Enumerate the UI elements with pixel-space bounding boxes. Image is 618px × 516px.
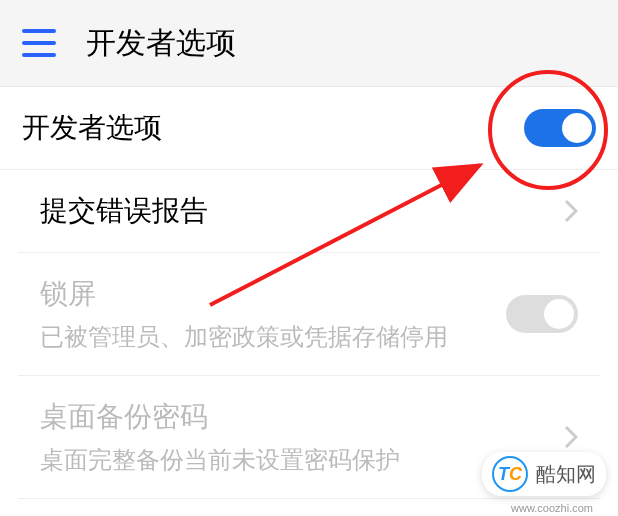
setting-label: 开发者选项 [22,109,524,147]
watermark-name: 酷知网 [536,461,596,488]
developer-options-row[interactable]: 开发者选项 [0,87,618,170]
watermark-logo-icon: TC [492,456,528,492]
setting-subtitle: 已被管理员、加密政策或凭据存储停用 [40,321,506,353]
page-title: 开发者选项 [86,23,236,64]
chevron-right-icon [564,199,578,223]
watermark-url: www.coozhi.com [511,502,593,514]
watermark: TC 酷知网 [482,452,606,496]
setting-label: 锁屏 [40,275,506,313]
header: 开发者选项 [0,0,618,86]
hamburger-menu-icon[interactable] [22,29,56,57]
lock-screen-toggle [506,295,578,333]
lock-screen-row: 锁屏 已被管理员、加密政策或凭据存储停用 [18,253,600,376]
bug-report-row[interactable]: 提交错误报告 [18,170,600,253]
developer-options-toggle[interactable] [524,109,596,147]
setting-label: 桌面备份密码 [40,398,564,436]
chevron-right-icon [564,425,578,449]
setting-label: 提交错误报告 [40,192,564,230]
